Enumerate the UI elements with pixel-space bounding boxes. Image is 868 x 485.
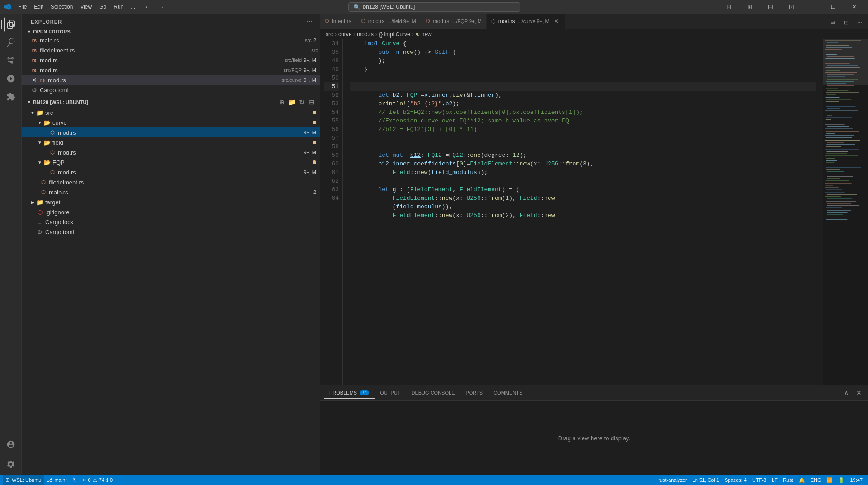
forward-button[interactable]: → xyxy=(156,3,166,10)
menu-run[interactable]: Run xyxy=(110,3,127,11)
code-line-49: } xyxy=(350,65,816,74)
more-actions-button[interactable]: ⋯ xyxy=(854,16,866,29)
minimap xyxy=(823,39,868,385)
close-tab-button[interactable]: ✕ xyxy=(552,17,560,25)
cursor-position[interactable]: Ln 51, Col 1 xyxy=(690,475,722,485)
tree-folder-curve[interactable]: ▼ 📂 curve xyxy=(22,118,320,127)
breadcrumb-curve[interactable]: curve xyxy=(338,31,351,38)
line-ending[interactable]: LF xyxy=(769,475,780,485)
close-panel-button[interactable]: ✕ xyxy=(854,387,864,398)
chevron-down-icon: ▼ xyxy=(27,100,31,104)
breadcrumb-impl-curve[interactable]: {} impl Curve xyxy=(379,31,410,38)
tree-folder-target[interactable]: ▶ 📁 target xyxy=(22,197,320,207)
language-server-status[interactable]: rust-analyzer xyxy=(655,475,690,485)
tab-mod-rs-fqp[interactable]: ⬡ mod.rs .../FQP 9+, M xyxy=(421,14,487,29)
keyboard-layout[interactable]: ENG xyxy=(808,475,824,485)
search-text[interactable]: bn128 [WSL: Ubuntu] xyxy=(363,4,515,10)
status-right: rust-analyzer Ln 51, Col 1 Spaces: 4 UTF… xyxy=(655,475,865,485)
breadcrumb-sep-3: › xyxy=(375,31,377,38)
language-mode[interactable]: Rust xyxy=(780,475,796,485)
menu-go[interactable]: Go xyxy=(95,3,110,11)
source-control-icon[interactable] xyxy=(4,53,18,68)
new-file-icon[interactable]: ⊕ xyxy=(277,98,286,107)
menu-edit[interactable]: Edit xyxy=(30,3,47,11)
breadcrumb-mod-rs[interactable]: mod.rs xyxy=(357,31,374,38)
encoding[interactable]: UTF-8 xyxy=(749,475,769,485)
tree-file-cargo-toml[interactable]: ⚙ Cargo.toml xyxy=(22,227,320,237)
open-editors-section[interactable]: ▼ OPEN EDITORS xyxy=(22,28,320,35)
accounts-icon[interactable] xyxy=(4,437,18,452)
branch-status[interactable]: ⎇ main* xyxy=(44,475,70,485)
menu-view[interactable]: View xyxy=(76,3,95,11)
errors-status[interactable]: ✕ 0 ⚠ 74 ℹ 0 xyxy=(80,475,116,485)
open-editor-mod-rs-field[interactable]: rs mod.rs src/field 9+, M xyxy=(22,55,320,65)
sync-status[interactable]: ↻ xyxy=(70,475,80,485)
extensions-icon[interactable] xyxy=(4,89,18,104)
collapse-all-icon[interactable]: ⊟ xyxy=(307,98,316,107)
layout-icon-3[interactable]: ⊟ xyxy=(760,0,781,14)
code-line-61: Field::new(field_modulus)); xyxy=(350,168,816,177)
breadcrumb-new[interactable]: ⊕new xyxy=(416,31,432,38)
tree-file-main-rs[interactable]: ⬡ main.rs 2 xyxy=(22,187,320,197)
output-tab[interactable]: OUTPUT xyxy=(375,387,406,399)
layout-icon-4[interactable]: ⊡ xyxy=(781,0,802,14)
new-folder-icon[interactable]: 📁 xyxy=(287,98,296,107)
menu-more[interactable]: ... xyxy=(127,3,139,11)
problems-tab[interactable]: PROBLEMS 74 xyxy=(324,387,375,399)
tree-file-mod-rs-field[interactable]: ⬡ mod.rs 9+, M xyxy=(22,147,320,157)
tree-folder-fqp[interactable]: ▼ 📂 FQP xyxy=(22,157,320,167)
open-editor-cargo-toml[interactable]: ⚙ Cargo.toml xyxy=(22,85,320,95)
back-button[interactable]: ← xyxy=(142,3,152,10)
menu-selection[interactable]: Selection xyxy=(47,3,76,11)
tree-file-filedelment-rs[interactable]: ⬡ filedelment.rs xyxy=(22,177,320,187)
rust-file-icon: ⬡ xyxy=(325,18,329,24)
chevron-right-icon: ▶ xyxy=(29,198,36,206)
close-icon[interactable]: ✕ xyxy=(31,76,38,84)
tree-folder-src[interactable]: ▼ 📁 src xyxy=(22,108,320,118)
layout-icon-2[interactable]: ⊞ xyxy=(740,0,760,14)
open-editor-mod-rs-curve[interactable]: ✕ rs mod.rs src/curve 9+, M xyxy=(22,75,320,85)
tree-file-cargo-lock[interactable]: ≡ Cargo.lock xyxy=(22,217,320,227)
chevron-down-icon: ▼ xyxy=(36,139,43,146)
tab-mod-rs-field[interactable]: ⬡ mod.rs .../field 9+, M xyxy=(356,14,421,29)
tree-folder-field[interactable]: ▼ 📂 field xyxy=(22,137,320,147)
network-status[interactable]: 📶 xyxy=(824,475,835,485)
explorer-icon[interactable] xyxy=(4,17,18,32)
close-button[interactable]: ✕ xyxy=(844,0,864,14)
tab-lment-rs[interactable]: ⬡ lment.rs xyxy=(320,14,356,29)
battery-status[interactable]: 🔋 xyxy=(835,475,847,485)
open-editor-mod-rs-fqp[interactable]: rs mod.rs src/FQP 9+, M xyxy=(22,65,320,75)
comments-tab[interactable]: COMMENTS xyxy=(488,387,528,399)
collapse-panel-button[interactable]: ∧ xyxy=(841,387,852,398)
toggle-panel-button[interactable]: ⊡ xyxy=(840,16,853,29)
remote-label: WSL: Ubuntu xyxy=(12,477,41,483)
layout-icon-1[interactable]: ⊟ xyxy=(719,0,740,14)
tree-file-mod-rs-curve[interactable]: ⬡ mod.rs 9+, M xyxy=(22,127,320,137)
notification-status[interactable]: 🔔 xyxy=(796,475,808,485)
new-file-button[interactable]: ⋯ xyxy=(305,17,314,26)
debug-console-tab[interactable]: DEBUG CONSOLE xyxy=(406,387,460,399)
gear-icon: ⚙ xyxy=(31,86,38,94)
remote-icon: ⊞ xyxy=(5,477,10,483)
minimize-button[interactable]: ─ xyxy=(802,0,823,14)
run-debug-icon[interactable] xyxy=(4,71,18,86)
code-content[interactable]: impl Curve { pub fn new() -> Self { ); }… xyxy=(343,39,823,385)
tab-mod-rs-curve[interactable]: ⬡ mod.rs .../curve 9+, M ✕ xyxy=(487,14,565,29)
indentation[interactable]: Spaces: 4 xyxy=(722,475,749,485)
split-editor-button[interactable]: ⫤ xyxy=(826,16,839,29)
search-activity-icon[interactable] xyxy=(4,35,18,50)
tree-file-gitignore[interactable]: ⬡ .gitignore xyxy=(22,207,320,217)
settings-icon[interactable] xyxy=(4,457,18,471)
maximize-button[interactable]: ☐ xyxy=(823,0,844,14)
code-line-59: let mut b12: FQ12 =FQ12::one(degree: 12)… xyxy=(350,151,816,160)
tree-file-mod-rs-fqp[interactable]: ⬡ mod.rs 9+, M xyxy=(22,167,320,177)
refresh-icon[interactable]: ↻ xyxy=(297,98,306,107)
open-editor-main-rs[interactable]: rs main.rs src 2 xyxy=(22,35,320,45)
remote-status[interactable]: ⊞ WSL: Ubuntu xyxy=(3,475,44,485)
ports-tab[interactable]: PORTS xyxy=(460,387,488,399)
open-editor-filedelment-rs[interactable]: rs filedelment.rs src xyxy=(22,45,320,55)
project-section[interactable]: ▼ BN128 [WSL: UBUNTU] ⊕ 📁 ↻ ⊟ xyxy=(22,97,320,108)
menu-file[interactable]: File xyxy=(14,3,30,11)
breadcrumb-src[interactable]: src xyxy=(326,31,333,38)
breadcrumb: src › curve › mod.rs › {} impl Curve › ⊕… xyxy=(320,29,868,39)
